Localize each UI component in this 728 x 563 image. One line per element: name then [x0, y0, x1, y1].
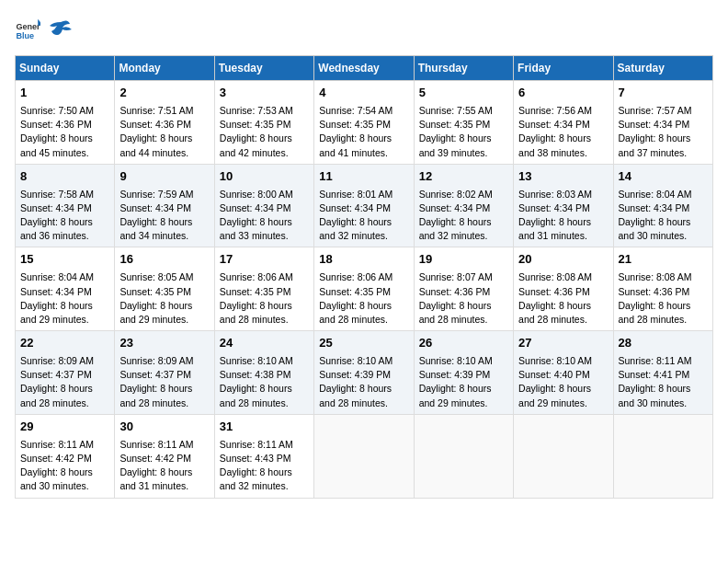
calendar-cell: 10Sunrise: 8:00 AMSunset: 4:34 PMDayligh… — [214, 164, 313, 247]
calendar-cell: 3Sunrise: 7:53 AMSunset: 4:35 PMDaylight… — [214, 81, 313, 165]
day-number: 8 — [20, 168, 109, 186]
page-header: General Blue — [15, 15, 713, 44]
sunset-text: Sunset: 4:34 PM — [518, 202, 590, 213]
weekday-header-tuesday: Tuesday — [214, 56, 313, 81]
sunrise-text: Sunrise: 8:07 AM — [419, 271, 493, 282]
daylight-text: Daylight: 8 hours and 28 minutes. — [220, 300, 292, 325]
calendar-cell: 2Sunrise: 7:51 AMSunset: 4:36 PMDaylight… — [115, 81, 214, 165]
sunrise-text: Sunrise: 8:11 AM — [619, 355, 692, 366]
day-number: 16 — [119, 251, 209, 269]
sunset-text: Sunset: 4:34 PM — [319, 202, 391, 213]
daylight-text: Daylight: 8 hours and 38 minutes. — [518, 132, 591, 157]
daylight-text: Daylight: 8 hours and 29 minutes. — [419, 383, 492, 408]
weekday-header-friday: Friday — [514, 56, 613, 81]
day-number: 17 — [220, 251, 309, 269]
sunrise-text: Sunrise: 7:55 AM — [419, 105, 493, 116]
logo-icon: General Blue — [15, 17, 40, 42]
calendar-cell: 21Sunrise: 8:08 AMSunset: 4:36 PMDayligh… — [613, 247, 712, 331]
calendar-cell: 12Sunrise: 8:02 AMSunset: 4:34 PMDayligh… — [414, 164, 513, 247]
daylight-text: Daylight: 8 hours and 28 minutes. — [20, 383, 93, 408]
day-number: 27 — [518, 335, 608, 352]
sunrise-text: Sunrise: 8:00 AM — [220, 189, 293, 200]
calendar-cell — [414, 414, 513, 498]
daylight-text: Daylight: 8 hours and 30 minutes. — [20, 466, 93, 491]
daylight-text: Daylight: 8 hours and 29 minutes. — [518, 383, 591, 408]
day-number: 15 — [20, 251, 109, 269]
sunset-text: Sunset: 4:37 PM — [119, 369, 191, 380]
daylight-text: Daylight: 8 hours and 32 minutes. — [419, 216, 492, 241]
sunset-text: Sunset: 4:34 PM — [119, 202, 191, 213]
sunset-text: Sunset: 4:42 PM — [119, 453, 191, 464]
daylight-text: Daylight: 8 hours and 29 minutes. — [20, 300, 93, 325]
calendar-cell: 14Sunrise: 8:04 AMSunset: 4:34 PMDayligh… — [613, 164, 712, 247]
sunset-text: Sunset: 4:36 PM — [419, 286, 491, 297]
sunset-text: Sunset: 4:34 PM — [518, 119, 590, 130]
svg-text:Blue: Blue — [16, 31, 34, 40]
sunset-text: Sunset: 4:37 PM — [20, 369, 92, 380]
weekday-header-saturday: Saturday — [613, 56, 712, 81]
daylight-text: Daylight: 8 hours and 36 minutes. — [20, 216, 93, 241]
sunrise-text: Sunrise: 8:04 AM — [20, 271, 94, 282]
sunrise-text: Sunrise: 8:11 AM — [220, 439, 293, 450]
calendar-week-row: 15Sunrise: 8:04 AMSunset: 4:34 PMDayligh… — [16, 247, 713, 331]
sunset-text: Sunset: 4:36 PM — [119, 119, 191, 130]
sunrise-text: Sunrise: 8:09 AM — [119, 355, 193, 366]
calendar-cell: 6Sunrise: 7:56 AMSunset: 4:34 PMDaylight… — [514, 81, 613, 165]
sunset-text: Sunset: 4:34 PM — [619, 119, 690, 130]
calendar-cell: 31Sunrise: 8:11 AMSunset: 4:43 PMDayligh… — [214, 414, 313, 498]
sunset-text: Sunset: 4:39 PM — [319, 369, 391, 380]
sunset-text: Sunset: 4:35 PM — [419, 119, 491, 130]
daylight-text: Daylight: 8 hours and 33 minutes. — [220, 216, 292, 241]
sunrise-text: Sunrise: 8:11 AM — [20, 439, 94, 450]
weekday-header-thursday: Thursday — [414, 56, 513, 81]
sunset-text: Sunset: 4:42 PM — [20, 453, 92, 464]
calendar-week-row: 22Sunrise: 8:09 AMSunset: 4:37 PMDayligh… — [16, 331, 713, 415]
sunset-text: Sunset: 4:34 PM — [419, 202, 491, 213]
calendar-cell: 16Sunrise: 8:05 AMSunset: 4:35 PMDayligh… — [115, 247, 214, 331]
calendar-cell: 13Sunrise: 8:03 AMSunset: 4:34 PMDayligh… — [514, 164, 613, 247]
sunrise-text: Sunrise: 8:02 AM — [419, 189, 493, 200]
daylight-text: Daylight: 8 hours and 34 minutes. — [119, 216, 192, 241]
daylight-text: Daylight: 8 hours and 28 minutes. — [619, 300, 691, 325]
day-number: 20 — [518, 251, 608, 269]
daylight-text: Daylight: 8 hours and 30 minutes. — [619, 216, 691, 241]
sunrise-text: Sunrise: 8:10 AM — [220, 355, 293, 366]
calendar-cell: 27Sunrise: 8:10 AMSunset: 4:40 PMDayligh… — [514, 331, 613, 415]
daylight-text: Daylight: 8 hours and 31 minutes. — [518, 216, 591, 241]
sunrise-text: Sunrise: 8:09 AM — [20, 355, 94, 366]
day-number: 6 — [518, 85, 608, 102]
daylight-text: Daylight: 8 hours and 31 minutes. — [119, 466, 192, 491]
daylight-text: Daylight: 8 hours and 39 minutes. — [419, 132, 492, 157]
sunset-text: Sunset: 4:38 PM — [220, 369, 291, 380]
sunrise-text: Sunrise: 7:53 AM — [220, 105, 293, 116]
sunset-text: Sunset: 4:43 PM — [220, 453, 291, 464]
calendar-cell: 11Sunrise: 8:01 AMSunset: 4:34 PMDayligh… — [314, 164, 414, 247]
sunset-text: Sunset: 4:35 PM — [220, 286, 291, 297]
day-number: 23 — [119, 335, 209, 352]
sunset-text: Sunset: 4:34 PM — [619, 202, 690, 213]
calendar-cell: 26Sunrise: 8:10 AMSunset: 4:39 PMDayligh… — [414, 331, 513, 415]
sunrise-text: Sunrise: 7:57 AM — [619, 105, 692, 116]
day-number: 11 — [319, 168, 408, 186]
sunset-text: Sunset: 4:35 PM — [319, 119, 391, 130]
day-number: 19 — [419, 251, 508, 269]
calendar-cell: 18Sunrise: 8:06 AMSunset: 4:35 PMDayligh… — [314, 247, 414, 331]
daylight-text: Daylight: 8 hours and 30 minutes. — [619, 383, 691, 408]
sunset-text: Sunset: 4:35 PM — [319, 286, 391, 297]
svg-text:General: General — [16, 22, 40, 31]
sunset-text: Sunset: 4:36 PM — [20, 119, 92, 130]
daylight-text: Daylight: 8 hours and 41 minutes. — [319, 132, 392, 157]
weekday-header-wednesday: Wednesday — [314, 56, 414, 81]
calendar-cell: 20Sunrise: 8:08 AMSunset: 4:36 PMDayligh… — [514, 247, 613, 331]
daylight-text: Daylight: 8 hours and 44 minutes. — [119, 132, 192, 157]
daylight-text: Daylight: 8 hours and 32 minutes. — [319, 216, 392, 241]
calendar-cell: 25Sunrise: 8:10 AMSunset: 4:39 PMDayligh… — [314, 331, 414, 415]
calendar-cell: 23Sunrise: 8:09 AMSunset: 4:37 PMDayligh… — [115, 331, 214, 415]
sunrise-text: Sunrise: 7:58 AM — [20, 189, 94, 200]
calendar-cell: 29Sunrise: 8:11 AMSunset: 4:42 PMDayligh… — [16, 414, 115, 498]
weekday-header-row: SundayMondayTuesdayWednesdayThursdayFrid… — [16, 56, 713, 81]
sunset-text: Sunset: 4:39 PM — [419, 369, 491, 380]
calendar-cell: 8Sunrise: 7:58 AMSunset: 4:34 PMDaylight… — [16, 164, 115, 247]
sunset-text: Sunset: 4:34 PM — [20, 202, 92, 213]
day-number: 21 — [619, 251, 708, 269]
